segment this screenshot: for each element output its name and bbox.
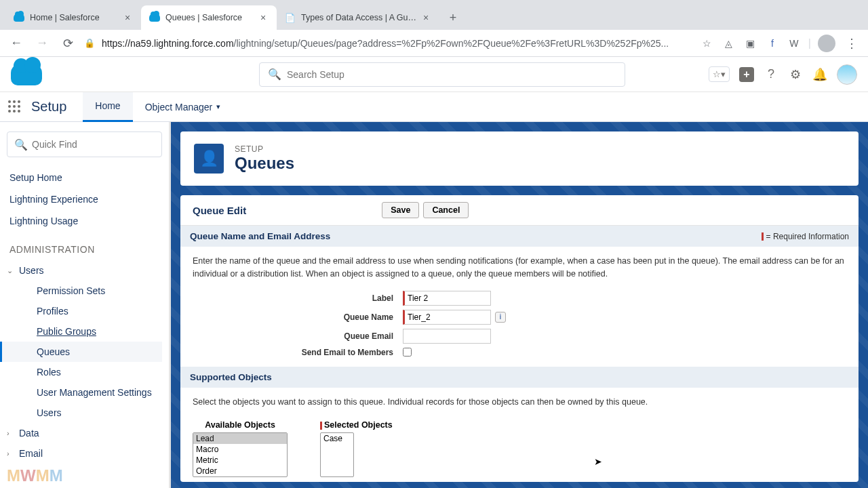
- quick-find[interactable]: 🔍: [7, 131, 162, 157]
- star-icon[interactable]: ☆: [700, 36, 715, 51]
- salesforce-header: 🔍 ☆▾ + ? ⚙ 🔔: [0, 57, 868, 92]
- extension-icon[interactable]: ◬: [722, 36, 736, 51]
- page-header: 👤 SETUP Queues: [180, 131, 859, 186]
- tree-node-users[interactable]: ⌄ Users: [7, 260, 162, 281]
- address-bar: ← → ⟳ 🔒 https://na59.lightning.force.com…: [0, 30, 868, 57]
- label-queue-name: Queue Name: [193, 312, 403, 322]
- tree-item-user-management-settings[interactable]: User Management Settings: [7, 382, 162, 403]
- label-queue-email: Queue Email: [193, 331, 403, 341]
- selected-objects-title: Selected Objects: [320, 420, 393, 430]
- gear-icon[interactable]: ⚙: [788, 67, 803, 82]
- app-launcher-icon[interactable]: [8, 100, 22, 114]
- required-legend: = Required Information: [762, 232, 849, 241]
- label-input[interactable]: [403, 291, 491, 306]
- sidebar-heading-administration: ADMINISTRATION: [9, 244, 162, 255]
- tab-title: Home | Salesforce: [30, 13, 118, 22]
- available-objects-select[interactable]: Lead Macro Metric Order: [193, 432, 288, 477]
- quick-find-input[interactable]: [32, 139, 155, 150]
- forward-button[interactable]: →: [33, 34, 52, 53]
- info-icon[interactable]: i: [495, 312, 506, 323]
- sidebar-link-setup-home[interactable]: Setup Home: [7, 167, 162, 188]
- send-email-checkbox[interactable]: [403, 348, 412, 357]
- profile-avatar[interactable]: [818, 35, 835, 52]
- nav-tab-label: Object Manager: [145, 102, 213, 113]
- chevron-down-icon: ▾: [216, 102, 220, 111]
- tree-item-public-groups[interactable]: Public Groups: [7, 321, 162, 342]
- close-icon[interactable]: ×: [420, 12, 431, 23]
- search-input[interactable]: [287, 69, 616, 80]
- help-text-2: Select the objects you want to assign to…: [180, 388, 859, 417]
- menu-icon[interactable]: ⋮: [842, 34, 861, 53]
- generic-favicon: 📄: [285, 12, 296, 23]
- tab-title: Types of Data Access | A Guid…: [301, 13, 416, 22]
- salesforce-cloud-icon: [149, 12, 160, 23]
- cancel-button[interactable]: Cancel: [423, 202, 469, 218]
- salesforce-cloud-icon: [14, 12, 24, 23]
- label-label: Label: [193, 293, 403, 303]
- back-button[interactable]: ←: [7, 34, 26, 53]
- save-button[interactable]: Save: [382, 202, 419, 218]
- sidebar-link-lightning-experience[interactable]: Lightning Experience: [7, 188, 162, 210]
- tree-node-email[interactable]: › Email: [7, 443, 162, 464]
- chevron-right-icon: ›: [7, 429, 19, 437]
- label-send-email: Send Email to Members: [193, 348, 403, 357]
- new-tab-button[interactable]: +: [443, 8, 462, 27]
- section-queue-name: Queue Name and Email Address = Required …: [180, 226, 859, 247]
- salesforce-logo[interactable]: [11, 64, 42, 85]
- breadcrumb: SETUP: [235, 144, 294, 154]
- chevron-right-icon: ›: [7, 449, 19, 458]
- notifications-icon[interactable]: 🔔: [812, 67, 827, 82]
- extension-icon[interactable]: W: [787, 36, 802, 51]
- watermark: MWMM: [7, 466, 63, 485]
- setup-sidebar: 🔍 Setup Home Lightning Experience Lightn…: [0, 122, 171, 488]
- extension-icon[interactable]: ▣: [743, 36, 758, 51]
- tree-node-data[interactable]: › Data: [7, 423, 162, 443]
- browser-tab-queues[interactable]: Queues | Salesforce ×: [141, 5, 277, 30]
- global-actions-button[interactable]: +: [739, 67, 754, 82]
- favorites-button[interactable]: ☆▾: [709, 66, 730, 82]
- queues-icon: 👤: [194, 144, 224, 174]
- nav-tab-object-manager[interactable]: Object Manager ▾: [133, 92, 233, 122]
- main-content: 👤 SETUP Queues Queue Edit Save Cancel Qu…: [171, 122, 868, 488]
- reload-button[interactable]: ⟳: [58, 34, 77, 53]
- nav-tab-home[interactable]: Home: [83, 92, 132, 122]
- user-avatar[interactable]: [837, 64, 857, 85]
- extension-icon[interactable]: f: [765, 36, 780, 51]
- tree-label: Email: [19, 448, 43, 459]
- context-nav: Setup Home Object Manager ▾: [0, 92, 868, 122]
- tree-item-permission-sets[interactable]: Permission Sets: [7, 281, 162, 301]
- close-icon[interactable]: ×: [122, 12, 133, 23]
- tree-label: Data: [19, 428, 39, 439]
- page-title: Queues: [235, 154, 294, 173]
- available-objects-title: Available Objects: [193, 420, 288, 430]
- tree-label: Users: [19, 265, 44, 276]
- tree-item-users[interactable]: Users: [7, 403, 162, 423]
- section-supported-objects: Supported Objects: [180, 367, 859, 388]
- tab-title: Queues | Salesforce: [165, 13, 254, 22]
- tree-item-roles[interactable]: Roles: [7, 362, 162, 382]
- queue-edit-panel: Queue Edit Save Cancel Queue Name and Em…: [180, 195, 859, 482]
- tree-item-queues[interactable]: Queues: [0, 342, 162, 362]
- sidebar-link-lightning-usage[interactable]: Lightning Usage: [7, 210, 162, 232]
- search-icon: 🔍: [268, 68, 281, 81]
- tree-item-profiles[interactable]: Profiles: [7, 301, 162, 321]
- queue-email-input[interactable]: [403, 329, 491, 344]
- search-icon: 🔍: [14, 138, 28, 151]
- help-icon[interactable]: ?: [764, 67, 778, 82]
- selected-objects-select[interactable]: Case: [320, 432, 354, 477]
- help-text-1: Enter the name of the queue and the emai…: [180, 247, 859, 289]
- url-display[interactable]: https://na59.lightning.force.com/lightni…: [102, 38, 693, 49]
- close-icon[interactable]: ×: [258, 12, 269, 23]
- browser-tab-home[interactable]: Home | Salesforce ×: [5, 5, 141, 30]
- form-title: Queue Edit: [193, 205, 246, 216]
- app-name: Setup: [31, 99, 66, 115]
- queue-name-input[interactable]: [403, 310, 491, 325]
- browser-tab-types[interactable]: 📄 Types of Data Access | A Guid… ×: [277, 5, 439, 30]
- global-search[interactable]: 🔍: [259, 62, 625, 87]
- lock-icon: 🔒: [84, 38, 95, 48]
- chevron-down-icon: ⌄: [7, 266, 19, 275]
- browser-tab-strip: Home | Salesforce × Queues | Salesforce …: [0, 0, 868, 30]
